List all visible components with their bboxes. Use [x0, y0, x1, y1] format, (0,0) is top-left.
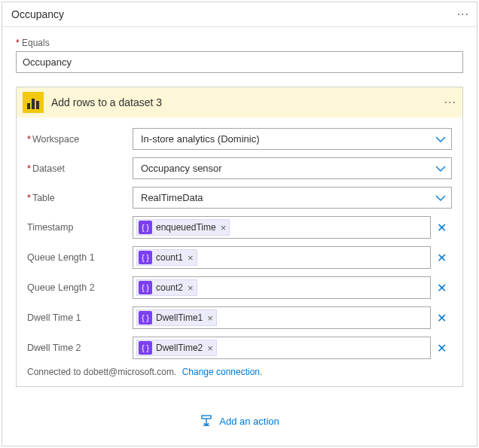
remove-token-button[interactable]: × [221, 222, 227, 233]
action-more-button[interactable]: ··· [444, 96, 456, 108]
table-label: Table [27, 193, 133, 203]
panel-more-button[interactable]: ··· [457, 8, 469, 20]
dataset-row: Dataset Occupancy sensor [27, 157, 452, 179]
clear-timestamp-button[interactable]: ✕ [431, 221, 452, 235]
dwell2-input[interactable]: { } DwellTime2 × [133, 337, 431, 359]
equals-label: Equals [16, 38, 463, 48]
svg-rect-0 [202, 416, 211, 419]
workspace-row: Workspace In-store analytics (Dominic) [27, 128, 452, 150]
table-value: RealTimeData [141, 192, 203, 203]
timestamp-token[interactable]: { } enqueuedTime × [136, 219, 230, 236]
panel-header: Occupancy ··· [2, 2, 477, 27]
clear-dwell2-button[interactable]: ✕ [431, 341, 452, 355]
dwell1-row: Dwell Time 1 { } DwellTime1 × ✕ [27, 306, 452, 329]
dynamic-content-icon: { } [139, 281, 152, 294]
connection-info: Connected to dobett@microsoft.com. Chang… [27, 367, 452, 377]
chevron-down-icon [435, 192, 447, 204]
token-text: count1 [156, 252, 183, 263]
dwell2-token[interactable]: { } DwellTime2 × [136, 340, 217, 356]
add-action-button[interactable]: Add an action [200, 414, 279, 428]
queue1-token[interactable]: { } count1 × [136, 249, 197, 266]
timestamp-row: Timestamp { } enqueuedTime × ✕ [27, 216, 452, 239]
powerbi-icon [23, 92, 44, 113]
add-action-icon [200, 414, 213, 428]
remove-token-button[interactable]: × [207, 343, 213, 354]
workspace-label: Workspace [27, 134, 133, 145]
dynamic-content-icon: { } [139, 311, 152, 325]
action-body: Workspace In-store analytics (Dominic) D… [17, 117, 462, 386]
equals-section: Equals [2, 27, 477, 87]
queue2-token[interactable]: { } count2 × [136, 279, 197, 296]
table-row: Table RealTimeData [27, 187, 452, 209]
action-header[interactable]: Add rows to a dataset 3 ··· [17, 87, 462, 117]
equals-input[interactable] [16, 51, 463, 73]
clear-queue1-button[interactable]: ✕ [431, 251, 452, 265]
dwell1-label: Dwell Time 1 [27, 312, 133, 323]
dataset-select[interactable]: Occupancy sensor [133, 157, 452, 179]
workspace-value: In-store analytics (Dominic) [141, 133, 260, 145]
dwell1-token[interactable]: { } DwellTime1 × [136, 309, 217, 326]
clear-dwell1-button[interactable]: ✕ [431, 311, 452, 325]
dynamic-content-icon: { } [139, 221, 152, 234]
action-title: Add rows to a dataset 3 [51, 96, 444, 108]
footer: Add an action [2, 387, 477, 446]
chevron-down-icon [435, 163, 447, 175]
token-text: DwellTime1 [156, 312, 203, 323]
add-action-label: Add an action [219, 416, 279, 427]
dwell2-label: Dwell Time 2 [27, 343, 133, 353]
queue2-row: Queue Length 2 { } count2 × ✕ [27, 276, 452, 299]
connection-text: Connected to dobett@microsoft.com. [27, 367, 176, 377]
panel-title: Occupancy [11, 8, 457, 20]
queue1-row: Queue Length 1 { } count1 × ✕ [27, 246, 452, 269]
remove-token-button[interactable]: × [188, 252, 194, 264]
queue2-label: Queue Length 2 [27, 282, 133, 293]
chevron-down-icon [435, 133, 447, 145]
token-text: enqueuedTime [156, 222, 216, 233]
remove-token-button[interactable]: × [207, 312, 213, 324]
dynamic-content-icon: { } [139, 341, 152, 355]
clear-queue2-button[interactable]: ✕ [431, 281, 452, 295]
action-card: Add rows to a dataset 3 ··· Workspace In… [16, 87, 463, 387]
queue2-input[interactable]: { } count2 × [133, 276, 431, 299]
token-text: DwellTime2 [156, 343, 203, 353]
dataset-value: Occupancy sensor [141, 163, 222, 174]
token-text: count2 [156, 282, 183, 293]
timestamp-label: Timestamp [27, 222, 133, 233]
dataset-label: Dataset [27, 163, 133, 174]
change-connection-link[interactable]: Change connection. [182, 367, 263, 377]
queue1-label: Queue Length 1 [27, 252, 133, 263]
dwell2-row: Dwell Time 2 { } DwellTime2 × ✕ [27, 337, 452, 359]
timestamp-input[interactable]: { } enqueuedTime × [133, 216, 431, 239]
workspace-select[interactable]: In-store analytics (Dominic) [133, 128, 452, 150]
dwell1-input[interactable]: { } DwellTime1 × [133, 306, 431, 329]
table-select[interactable]: RealTimeData [133, 187, 452, 209]
remove-token-button[interactable]: × [188, 282, 194, 294]
queue1-input[interactable]: { } count1 × [133, 246, 431, 269]
dynamic-content-icon: { } [139, 251, 152, 264]
occupancy-panel: Occupancy ··· Equals Add rows to a datas… [2, 2, 477, 446]
